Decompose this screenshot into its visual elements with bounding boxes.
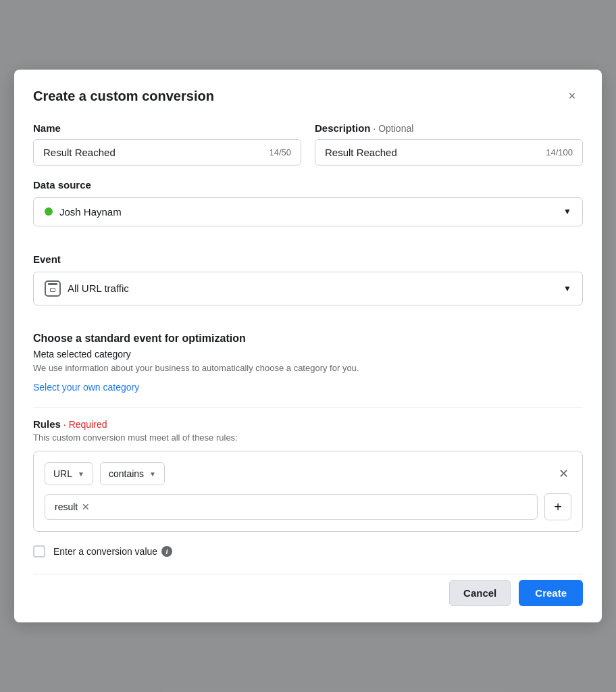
conversion-value-label: Enter a conversion value i (53, 546, 172, 557)
name-group: Name 14/50 (33, 122, 301, 166)
close-icon: × (569, 89, 576, 103)
rules-value-row: result ✕ + (45, 493, 571, 520)
event-chevron-icon: ▼ (563, 284, 571, 293)
url-type-chevron-icon: ▼ (78, 470, 84, 478)
rules-title: Rules (33, 418, 61, 430)
name-char-count: 14/50 (269, 147, 291, 157)
event-value: All URL traffic (68, 282, 129, 294)
name-description-row: Name 14/50 Description · Optional 14/100 (33, 122, 583, 166)
rule-value-input[interactable]: result ✕ (45, 494, 538, 520)
tag-remove-icon[interactable]: ✕ (82, 501, 90, 512)
data-source-chevron-icon: ▼ (563, 207, 571, 216)
description-input-wrapper: 14/100 (315, 139, 583, 166)
rules-condition-row: URL ▼ contains ▼ ✕ (45, 462, 571, 485)
description-char-count: 14/100 (546, 147, 573, 157)
event-group: Event All URL traffic ▼ (33, 253, 583, 319)
rules-box: URL ▼ contains ▼ ✕ re (33, 451, 583, 532)
optimization-section: Choose a standard event for optimization… (33, 332, 583, 393)
description-label: Description · Optional (315, 122, 583, 134)
operator-label: contains (109, 468, 144, 479)
data-source-content: Josh Haynam (45, 206, 563, 218)
conversion-value-checkbox[interactable] (33, 545, 45, 558)
event-icon (45, 280, 61, 297)
event-icon-inner (50, 288, 55, 292)
event-label: Event (33, 253, 583, 265)
optimization-title: Choose a standard event for optimization (33, 332, 583, 345)
data-source-select[interactable]: Josh Haynam ▼ (33, 197, 583, 226)
modal-title: Create a custom conversion (33, 89, 214, 104)
data-source-value: Josh Haynam (59, 206, 122, 218)
modal-overlay: Create a custom conversion × Name 14/50 … (0, 0, 616, 692)
operator-dropdown[interactable]: contains ▼ (100, 462, 165, 485)
info-icon[interactable]: i (161, 546, 172, 557)
remove-rule-button[interactable]: ✕ (556, 464, 571, 484)
modal-header: Create a custom conversion × (33, 86, 583, 107)
event-select[interactable]: All URL traffic ▼ (33, 272, 583, 305)
description-input[interactable] (325, 147, 540, 158)
optimization-description: We use information about your business t… (33, 362, 583, 374)
operator-chevron-icon: ▼ (149, 470, 156, 478)
rules-subtitle: This custom conversion must meet all of … (33, 432, 583, 443)
select-own-category-link[interactable]: Select your own category (33, 382, 139, 393)
close-button[interactable]: × (561, 86, 583, 107)
rule-tag-value: result (55, 501, 78, 512)
rules-section: Rules · Required This custom conversion … (33, 418, 583, 532)
data-source-label: Data source (33, 179, 583, 191)
name-label: Name (33, 122, 301, 134)
conversion-value-row: Enter a conversion value i (33, 545, 583, 558)
add-value-button[interactable]: + (544, 493, 571, 520)
modal-footer: Cancel Create (33, 574, 583, 606)
modal-dialog: Create a custom conversion × Name 14/50 … (14, 70, 602, 622)
rules-required-label: · Required (63, 419, 107, 430)
url-type-label: URL (53, 468, 72, 479)
section-divider (33, 407, 583, 407)
create-button[interactable]: Create (519, 580, 583, 606)
remove-rule-icon: ✕ (559, 466, 569, 481)
name-input[interactable] (43, 147, 263, 158)
name-input-wrapper: 14/50 (33, 139, 301, 166)
event-content: All URL traffic (45, 280, 563, 297)
url-type-dropdown[interactable]: URL ▼ (45, 462, 93, 485)
cancel-button[interactable]: Cancel (449, 580, 511, 606)
optimization-subtitle: Meta selected category (33, 349, 583, 360)
online-indicator (45, 207, 53, 216)
plus-icon: + (554, 499, 562, 515)
description-group: Description · Optional 14/100 (315, 122, 583, 166)
rule-tag: result ✕ (55, 501, 90, 512)
data-source-group: Data source Josh Haynam ▼ (33, 179, 583, 240)
